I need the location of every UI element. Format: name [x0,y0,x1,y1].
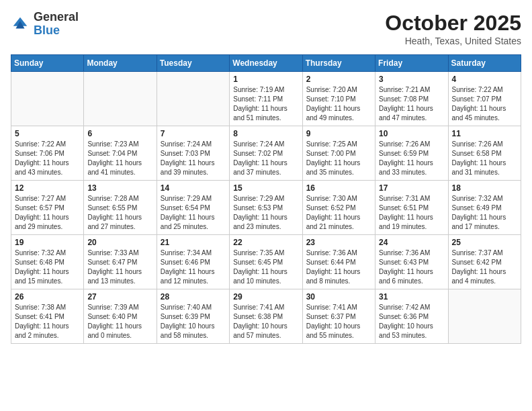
day-number: 18 [452,183,517,193]
day-number: 24 [379,238,444,247]
day-info: Sunrise: 7:30 AMSunset: 6:52 PMDaylight:… [306,194,371,232]
day-number: 4 [452,75,517,84]
day-number: 17 [379,183,444,193]
day-info: Sunrise: 7:41 AMSunset: 6:38 PMDaylight:… [233,303,298,340]
calendar-day-cell: 4Sunrise: 7:22 AMSunset: 7:07 PMDaylight… [448,72,521,126]
calendar-day-cell [157,72,229,126]
day-number: 30 [306,292,371,302]
calendar-day-cell: 21Sunrise: 7:34 AMSunset: 6:46 PMDayligh… [157,235,229,289]
page-header: General Blue October 2025 Heath, Texas, … [11,11,521,46]
weekday-header: Friday [375,55,448,72]
calendar-table: SundayMondayTuesdayWednesdayThursdayFrid… [11,54,521,344]
calendar-day-cell: 28Sunrise: 7:40 AMSunset: 6:39 PMDayligh… [157,289,229,344]
day-info: Sunrise: 7:33 AMSunset: 6:47 PMDaylight:… [87,248,152,286]
day-info: Sunrise: 7:37 AMSunset: 6:42 PMDaylight:… [452,248,517,286]
calendar-day-cell: 11Sunrise: 7:26 AMSunset: 6:58 PMDayligh… [448,126,521,181]
calendar-day-cell: 12Sunrise: 7:27 AMSunset: 6:57 PMDayligh… [11,181,84,235]
day-number: 7 [161,129,226,138]
day-info: Sunrise: 7:32 AMSunset: 6:48 PMDaylight:… [15,248,80,286]
day-info: Sunrise: 7:31 AMSunset: 6:51 PMDaylight:… [379,194,444,232]
day-number: 11 [452,129,517,138]
calendar-day-cell: 22Sunrise: 7:35 AMSunset: 6:45 PMDayligh… [230,235,302,289]
calendar-day-cell: 14Sunrise: 7:29 AMSunset: 6:54 PMDayligh… [157,181,229,235]
calendar-day-cell: 17Sunrise: 7:31 AMSunset: 6:51 PMDayligh… [375,181,448,235]
calendar-day-cell: 18Sunrise: 7:32 AMSunset: 6:49 PMDayligh… [448,181,521,235]
day-info: Sunrise: 7:32 AMSunset: 6:49 PMDaylight:… [452,194,517,232]
day-info: Sunrise: 7:39 AMSunset: 6:40 PMDaylight:… [87,303,152,340]
calendar-day-cell: 19Sunrise: 7:32 AMSunset: 6:48 PMDayligh… [11,235,84,289]
calendar-day-cell: 1Sunrise: 7:19 AMSunset: 7:11 PMDaylight… [230,72,302,126]
calendar-day-cell: 10Sunrise: 7:26 AMSunset: 6:59 PMDayligh… [375,126,448,181]
weekday-header: Tuesday [157,55,229,72]
day-number: 1 [233,75,298,84]
calendar-day-cell: 6Sunrise: 7:23 AMSunset: 7:04 PMDaylight… [84,126,157,181]
calendar-week-row: 1Sunrise: 7:19 AMSunset: 7:11 PMDaylight… [11,72,521,126]
calendar-day-cell: 5Sunrise: 7:22 AMSunset: 7:06 PMDaylight… [11,126,84,181]
calendar-day-cell: 23Sunrise: 7:36 AMSunset: 6:44 PMDayligh… [302,235,375,289]
calendar-day-cell: 9Sunrise: 7:25 AMSunset: 7:00 PMDaylight… [302,126,375,181]
day-info: Sunrise: 7:24 AMSunset: 7:03 PMDaylight:… [161,140,226,177]
calendar-day-cell: 15Sunrise: 7:29 AMSunset: 6:53 PMDayligh… [230,181,302,235]
day-number: 8 [233,129,298,138]
day-number: 31 [379,292,444,302]
day-info: Sunrise: 7:26 AMSunset: 6:58 PMDaylight:… [452,140,517,177]
logo-text: General Blue [34,11,79,38]
weekday-header: Wednesday [230,55,302,72]
weekday-header-row: SundayMondayTuesdayWednesdayThursdayFrid… [11,55,521,72]
calendar-day-cell: 13Sunrise: 7:28 AMSunset: 6:55 PMDayligh… [84,181,157,235]
day-info: Sunrise: 7:26 AMSunset: 6:59 PMDaylight:… [379,140,444,177]
day-info: Sunrise: 7:35 AMSunset: 6:45 PMDaylight:… [233,248,298,286]
weekday-header: Monday [84,55,157,72]
day-number: 9 [306,129,371,138]
day-number: 27 [87,292,152,302]
logo-blue: Blue [34,24,60,37]
day-number: 2 [306,75,371,84]
day-number: 26 [15,292,80,302]
day-info: Sunrise: 7:27 AMSunset: 6:57 PMDaylight:… [15,194,80,232]
day-number: 10 [379,129,444,138]
day-number: 13 [87,183,152,193]
logo-general: General [34,10,79,24]
day-number: 29 [233,292,298,302]
day-number: 21 [161,238,226,247]
day-info: Sunrise: 7:20 AMSunset: 7:10 PMDaylight:… [306,85,371,123]
day-number: 23 [306,238,371,247]
day-info: Sunrise: 7:41 AMSunset: 6:37 PMDaylight:… [306,303,371,340]
calendar-day-cell: 16Sunrise: 7:30 AMSunset: 6:52 PMDayligh… [302,181,375,235]
day-info: Sunrise: 7:29 AMSunset: 6:53 PMDaylight:… [233,194,298,232]
day-info: Sunrise: 7:22 AMSunset: 7:06 PMDaylight:… [15,140,80,177]
calendar-week-row: 19Sunrise: 7:32 AMSunset: 6:48 PMDayligh… [11,235,521,289]
location: Heath, Texas, United States [385,36,521,46]
month-title: October 2025 [385,11,521,36]
weekday-header: Sunday [11,55,84,72]
weekday-header: Thursday [302,55,375,72]
day-number: 15 [233,183,298,193]
calendar-day-cell: 2Sunrise: 7:20 AMSunset: 7:10 PMDaylight… [302,72,375,126]
calendar-day-cell: 27Sunrise: 7:39 AMSunset: 6:40 PMDayligh… [84,289,157,344]
calendar-day-cell: 24Sunrise: 7:36 AMSunset: 6:43 PMDayligh… [375,235,448,289]
calendar-day-cell: 26Sunrise: 7:38 AMSunset: 6:41 PMDayligh… [11,289,84,344]
day-info: Sunrise: 7:23 AMSunset: 7:04 PMDaylight:… [87,140,152,177]
day-info: Sunrise: 7:36 AMSunset: 6:43 PMDaylight:… [379,248,444,286]
day-number: 16 [306,183,371,193]
day-info: Sunrise: 7:34 AMSunset: 6:46 PMDaylight:… [161,248,226,286]
day-number: 22 [233,238,298,247]
calendar-day-cell: 8Sunrise: 7:24 AMSunset: 7:02 PMDaylight… [230,126,302,181]
calendar-day-cell: 29Sunrise: 7:41 AMSunset: 6:38 PMDayligh… [230,289,302,344]
day-info: Sunrise: 7:29 AMSunset: 6:54 PMDaylight:… [161,194,226,232]
calendar-day-cell: 30Sunrise: 7:41 AMSunset: 6:37 PMDayligh… [302,289,375,344]
day-number: 12 [15,183,80,193]
day-info: Sunrise: 7:28 AMSunset: 6:55 PMDaylight:… [87,194,152,232]
calendar-day-cell [84,72,157,126]
day-number: 14 [161,183,226,193]
calendar-week-row: 26Sunrise: 7:38 AMSunset: 6:41 PMDayligh… [11,289,521,344]
day-number: 20 [87,238,152,247]
calendar-day-cell: 25Sunrise: 7:37 AMSunset: 6:42 PMDayligh… [448,235,521,289]
day-info: Sunrise: 7:24 AMSunset: 7:02 PMDaylight:… [233,140,298,177]
day-info: Sunrise: 7:22 AMSunset: 7:07 PMDaylight:… [452,85,517,123]
day-number: 6 [87,129,152,138]
day-info: Sunrise: 7:25 AMSunset: 7:00 PMDaylight:… [306,140,371,177]
day-number: 28 [161,292,226,302]
calendar-day-cell: 31Sunrise: 7:42 AMSunset: 6:36 PMDayligh… [375,289,448,344]
calendar-day-cell [11,72,84,126]
